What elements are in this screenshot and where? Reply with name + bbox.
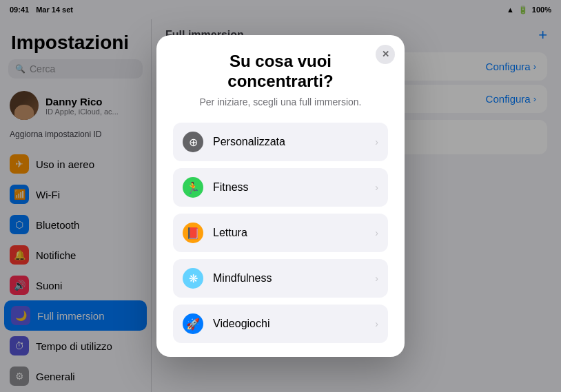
option-chevron-fitness: ›: [375, 182, 378, 193]
modal-overlay: ✕ Su cosa vuoiconcentrarti? Per iniziare…: [0, 0, 561, 392]
modal-subtitle: Per iniziare, scegli una full immersion.: [173, 96, 388, 107]
option-icon-personalizzata: ⊕: [183, 132, 203, 152]
option-chevron-lettura: ›: [375, 227, 378, 238]
option-icon-videogiochi: 🚀: [183, 313, 203, 334]
modal-close-button[interactable]: ✕: [376, 45, 395, 64]
option-label-lettura: Lettura: [213, 227, 365, 239]
modal-title: Su cosa vuoiconcentrarti?: [173, 52, 388, 92]
option-chevron-mindfulness: ›: [375, 273, 378, 284]
option-chevron-videogiochi: ›: [375, 318, 378, 329]
modal: ✕ Su cosa vuoiconcentrarti? Per iniziare…: [156, 35, 405, 358]
option-label-videogiochi: Videogiochi: [213, 318, 365, 330]
modal-option-mindfulness[interactable]: ❋Mindfulness›: [173, 259, 388, 298]
modal-option-videogiochi[interactable]: 🚀Videogiochi›: [173, 305, 388, 343]
option-label-mindfulness: Mindfulness: [213, 272, 365, 285]
option-label-fitness: Fitness: [213, 181, 365, 194]
option-icon-mindfulness: ❋: [183, 268, 203, 289]
option-label-personalizzata: Personalizzata: [213, 136, 365, 148]
option-chevron-personalizzata: ›: [375, 136, 378, 147]
modal-option-personalizzata[interactable]: ⊕Personalizzata›: [173, 123, 388, 161]
option-icon-lettura: 📕: [183, 223, 203, 243]
option-icon-fitness: 🏃: [183, 177, 203, 198]
modal-options: ⊕Personalizzata›🏃Fitness›📕Lettura›❋Mindf…: [173, 123, 388, 343]
modal-option-lettura[interactable]: 📕Lettura›: [173, 214, 388, 252]
modal-option-fitness[interactable]: 🏃Fitness›: [173, 168, 388, 207]
